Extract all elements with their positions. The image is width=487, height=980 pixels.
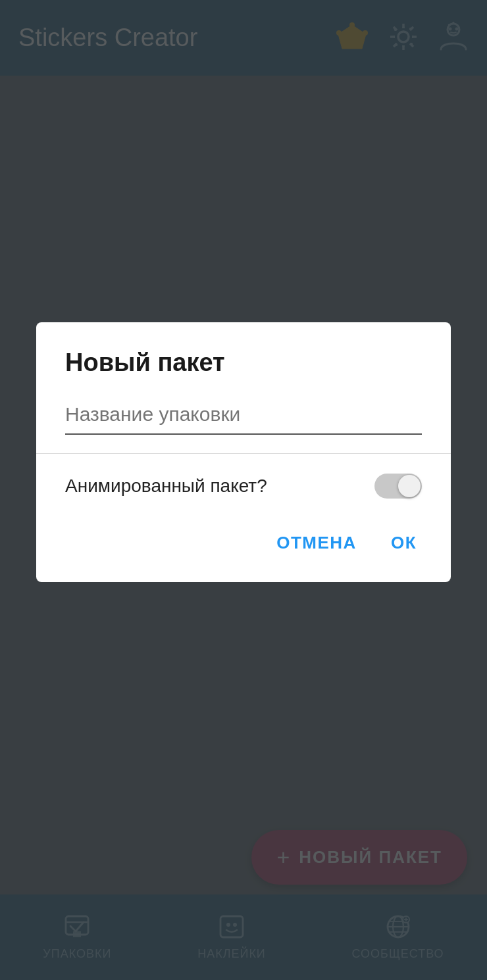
pack-name-field-wrapper[interactable]	[65, 401, 422, 435]
dialog-title: Новый пакет	[65, 349, 422, 377]
pack-name-input[interactable]	[65, 401, 422, 428]
animated-pack-row: Анимированный пакет?	[65, 454, 422, 518]
ok-button[interactable]: ОК	[386, 525, 422, 561]
animated-pack-label: Анимированный пакет?	[65, 476, 267, 497]
toggle-knob	[398, 475, 421, 497]
cancel-button[interactable]: ОТМЕНА	[271, 525, 362, 561]
dialog-buttons: ОТМЕНА ОК	[65, 518, 422, 561]
new-pack-dialog: Новый пакет Анимированный пакет? ОТМЕНА …	[36, 322, 451, 582]
animated-pack-toggle[interactable]	[374, 474, 422, 499]
